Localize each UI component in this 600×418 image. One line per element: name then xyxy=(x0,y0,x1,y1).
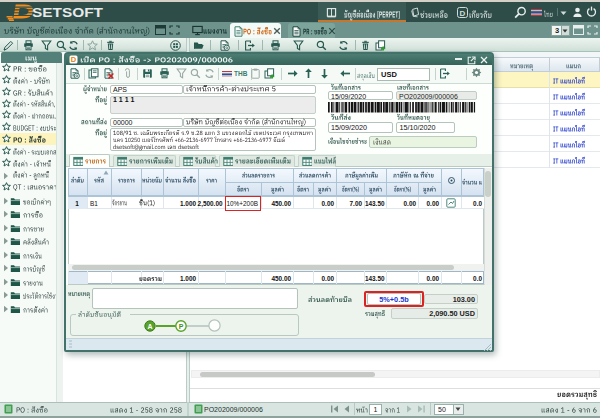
svg-text:D: D xyxy=(460,9,466,18)
svg-text:A: A xyxy=(147,322,152,329)
svg-text:SETSOFT: SETSOFT xyxy=(32,5,103,20)
svg-text:D: D xyxy=(71,55,77,64)
svg-text:P: P xyxy=(179,322,184,329)
